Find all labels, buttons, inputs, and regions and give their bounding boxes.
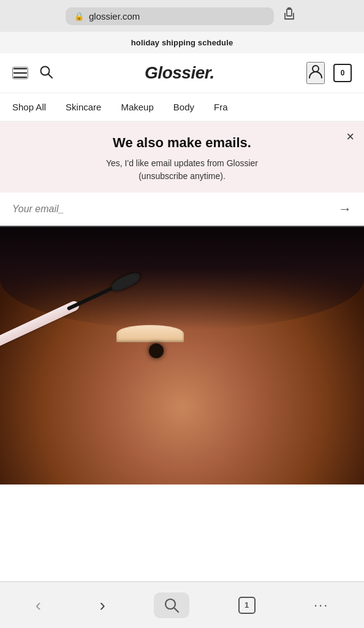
address-bar[interactable]: 🔒 glossier.com	[66, 7, 274, 25]
more-options-icon: ···	[314, 597, 328, 613]
svg-line-3	[48, 74, 52, 78]
nav-makeup[interactable]: Makeup	[111, 93, 163, 121]
url-text: glossier.com	[89, 11, 140, 21]
email-popup: × We also make emails. Yes, I'd like ema…	[0, 121, 364, 227]
browser-search-button[interactable]	[154, 592, 189, 618]
eye-area	[116, 325, 196, 356]
hamburger-line-3	[13, 77, 27, 78]
browser-search-icon	[164, 597, 180, 613]
share-button[interactable]	[280, 5, 298, 27]
bottom-navigation: ‹ › 1 ···	[0, 581, 364, 628]
nav-fragrance[interactable]: Fra	[204, 93, 238, 121]
forward-arrow-icon: ›	[99, 595, 105, 615]
site-header: Glossier. 0	[0, 53, 364, 93]
svg-point-4	[313, 66, 319, 72]
hamburger-line-2	[13, 72, 27, 74]
nav-body[interactable]: Body	[164, 93, 204, 121]
back-button[interactable]: ‹	[26, 591, 51, 620]
svg-point-5	[165, 599, 175, 609]
hamburger-menu-button[interactable]	[12, 67, 28, 79]
nav-skincare[interactable]: Skincare	[56, 93, 111, 121]
browser-chrome: 🔒 glossier.com	[0, 0, 364, 32]
email-input[interactable]	[12, 204, 338, 215]
back-arrow-icon: ‹	[36, 595, 41, 615]
tab-switcher-button[interactable]: 1	[229, 592, 265, 619]
site-navigation: Shop All Skincare Makeup Body Fra	[0, 93, 364, 121]
email-submit-button[interactable]: →	[338, 201, 352, 217]
more-options-button[interactable]: ···	[304, 592, 338, 618]
popup-subtitle: Yes, I'd like email updates from Glossie…	[12, 157, 352, 183]
site-logo[interactable]: Glossier.	[145, 63, 214, 83]
pupil	[149, 343, 164, 358]
forward-button[interactable]: ›	[89, 591, 115, 620]
hero-image	[0, 227, 364, 484]
cart-button[interactable]: 0	[333, 64, 352, 82]
popup-close-button[interactable]: ×	[346, 130, 354, 144]
svg-rect-0	[287, 9, 292, 16]
holiday-banner[interactable]: holiday shipping schedule	[0, 32, 364, 53]
holiday-banner-text: holiday shipping schedule	[131, 38, 233, 47]
eye-lid	[116, 325, 184, 342]
email-input-row: →	[0, 193, 364, 227]
account-button[interactable]	[306, 62, 325, 84]
svg-line-6	[175, 608, 179, 612]
hamburger-line-1	[13, 68, 27, 69]
cart-count: 0	[341, 69, 345, 77]
header-left	[12, 65, 53, 82]
nav-shop-all[interactable]: Shop All	[10, 93, 56, 121]
search-button[interactable]	[39, 65, 53, 82]
popup-title: We also make emails.	[12, 135, 352, 151]
tab-count-text: 1	[245, 600, 249, 610]
tab-count-badge: 1	[238, 597, 256, 614]
lock-icon: 🔒	[74, 12, 84, 21]
header-right: 0	[306, 62, 352, 84]
